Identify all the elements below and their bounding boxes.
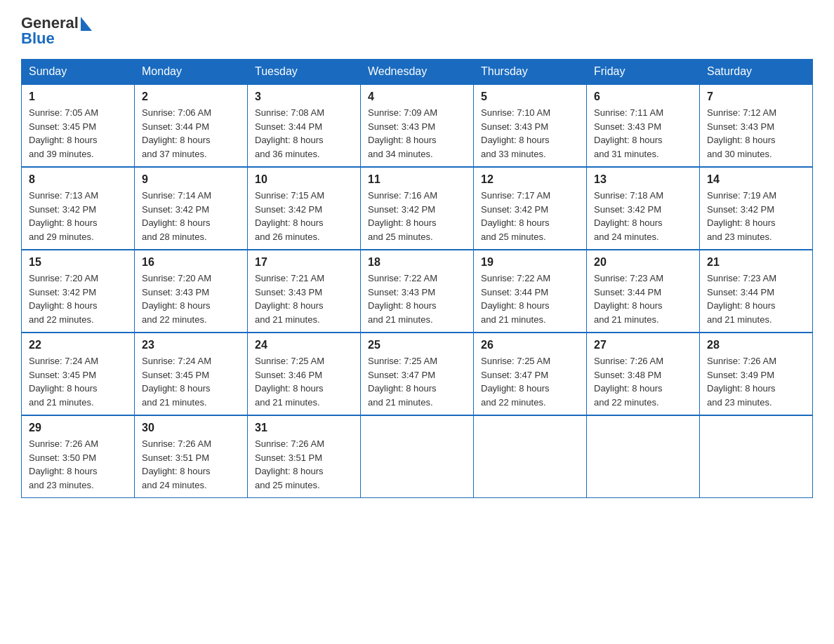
day-info: Sunrise: 7:26 AM Sunset: 3:51 PM Dayligh… bbox=[142, 437, 240, 492]
day-info: Sunrise: 7:24 AM Sunset: 3:45 PM Dayligh… bbox=[142, 354, 240, 409]
day-info: Sunrise: 7:22 AM Sunset: 3:44 PM Dayligh… bbox=[481, 271, 579, 326]
day-info: Sunrise: 7:20 AM Sunset: 3:43 PM Dayligh… bbox=[142, 271, 240, 326]
day-number: 12 bbox=[481, 173, 579, 186]
day-cell-10: 10 Sunrise: 7:15 AM Sunset: 3:42 PM Dayl… bbox=[248, 167, 361, 250]
day-number: 18 bbox=[368, 256, 466, 269]
empty-cell-w4-d5 bbox=[587, 415, 700, 498]
day-cell-6: 6 Sunrise: 7:11 AM Sunset: 3:43 PM Dayli… bbox=[587, 84, 700, 167]
day-number: 24 bbox=[255, 339, 353, 351]
day-cell-27: 27 Sunrise: 7:26 AM Sunset: 3:48 PM Dayl… bbox=[587, 333, 700, 415]
day-number: 31 bbox=[255, 422, 353, 434]
day-info: Sunrise: 7:25 AM Sunset: 3:47 PM Dayligh… bbox=[368, 354, 466, 409]
day-info: Sunrise: 7:26 AM Sunset: 3:48 PM Dayligh… bbox=[594, 354, 692, 409]
week-row-2: 8 Sunrise: 7:13 AM Sunset: 3:42 PM Dayli… bbox=[22, 167, 813, 250]
day-number: 4 bbox=[368, 90, 466, 103]
day-cell-14: 14 Sunrise: 7:19 AM Sunset: 3:42 PM Dayl… bbox=[700, 167, 813, 250]
day-cell-15: 15 Sunrise: 7:20 AM Sunset: 3:42 PM Dayl… bbox=[22, 250, 135, 333]
day-number: 27 bbox=[594, 339, 692, 351]
day-cell-7: 7 Sunrise: 7:12 AM Sunset: 3:43 PM Dayli… bbox=[700, 84, 813, 167]
day-cell-13: 13 Sunrise: 7:18 AM Sunset: 3:42 PM Dayl… bbox=[587, 167, 700, 250]
header-saturday: Saturday bbox=[700, 60, 813, 85]
day-info: Sunrise: 7:25 AM Sunset: 3:47 PM Dayligh… bbox=[481, 354, 579, 409]
day-cell-2: 2 Sunrise: 7:06 AM Sunset: 3:44 PM Dayli… bbox=[135, 84, 248, 167]
empty-cell-w4-d6 bbox=[700, 415, 813, 498]
day-cell-1: 1 Sunrise: 7:05 AM Sunset: 3:45 PM Dayli… bbox=[22, 84, 135, 167]
logo: General Blue bbox=[21, 14, 92, 48]
day-info: Sunrise: 7:21 AM Sunset: 3:43 PM Dayligh… bbox=[255, 271, 353, 326]
day-number: 29 bbox=[29, 422, 127, 434]
day-number: 28 bbox=[707, 339, 805, 351]
day-info: Sunrise: 7:20 AM Sunset: 3:42 PM Dayligh… bbox=[29, 271, 127, 326]
day-number: 19 bbox=[481, 256, 579, 269]
day-info: Sunrise: 7:16 AM Sunset: 3:42 PM Dayligh… bbox=[368, 189, 466, 243]
week-row-5: 29 Sunrise: 7:26 AM Sunset: 3:50 PM Dayl… bbox=[22, 415, 813, 498]
day-info: Sunrise: 7:15 AM Sunset: 3:42 PM Dayligh… bbox=[255, 189, 353, 243]
day-cell-30: 30 Sunrise: 7:26 AM Sunset: 3:51 PM Dayl… bbox=[135, 415, 248, 498]
day-number: 11 bbox=[368, 173, 466, 186]
day-cell-31: 31 Sunrise: 7:26 AM Sunset: 3:51 PM Dayl… bbox=[248, 415, 361, 498]
header-wednesday: Wednesday bbox=[361, 60, 474, 85]
day-cell-8: 8 Sunrise: 7:13 AM Sunset: 3:42 PM Dayli… bbox=[22, 167, 135, 250]
day-cell-19: 19 Sunrise: 7:22 AM Sunset: 3:44 PM Dayl… bbox=[474, 250, 587, 333]
day-number: 22 bbox=[29, 339, 127, 351]
day-number: 1 bbox=[29, 90, 127, 103]
day-cell-28: 28 Sunrise: 7:26 AM Sunset: 3:49 PM Dayl… bbox=[700, 333, 813, 415]
day-info: Sunrise: 7:22 AM Sunset: 3:43 PM Dayligh… bbox=[368, 271, 466, 326]
svg-marker-0 bbox=[81, 17, 92, 31]
day-cell-17: 17 Sunrise: 7:21 AM Sunset: 3:43 PM Dayl… bbox=[248, 250, 361, 333]
day-info: Sunrise: 7:13 AM Sunset: 3:42 PM Dayligh… bbox=[29, 189, 127, 243]
day-cell-22: 22 Sunrise: 7:24 AM Sunset: 3:45 PM Dayl… bbox=[22, 333, 135, 415]
day-cell-29: 29 Sunrise: 7:26 AM Sunset: 3:50 PM Dayl… bbox=[22, 415, 135, 498]
header-tuesday: Tuesday bbox=[248, 60, 361, 85]
day-number: 7 bbox=[707, 90, 805, 103]
day-number: 14 bbox=[707, 173, 805, 186]
day-number: 10 bbox=[255, 173, 353, 186]
day-cell-25: 25 Sunrise: 7:25 AM Sunset: 3:47 PM Dayl… bbox=[361, 333, 474, 415]
week-row-3: 15 Sunrise: 7:20 AM Sunset: 3:42 PM Dayl… bbox=[22, 250, 813, 333]
day-number: 26 bbox=[481, 339, 579, 351]
day-cell-24: 24 Sunrise: 7:25 AM Sunset: 3:46 PM Dayl… bbox=[248, 333, 361, 415]
day-info: Sunrise: 7:11 AM Sunset: 3:43 PM Dayligh… bbox=[594, 106, 692, 161]
day-cell-12: 12 Sunrise: 7:17 AM Sunset: 3:42 PM Dayl… bbox=[474, 167, 587, 250]
day-info: Sunrise: 7:10 AM Sunset: 3:43 PM Dayligh… bbox=[481, 106, 579, 161]
day-info: Sunrise: 7:12 AM Sunset: 3:43 PM Dayligh… bbox=[707, 106, 805, 161]
calendar-table: SundayMondayTuesdayWednesdayThursdayFrid… bbox=[21, 59, 813, 498]
day-cell-9: 9 Sunrise: 7:14 AM Sunset: 3:42 PM Dayli… bbox=[135, 167, 248, 250]
day-cell-26: 26 Sunrise: 7:25 AM Sunset: 3:47 PM Dayl… bbox=[474, 333, 587, 415]
header-sunday: Sunday bbox=[22, 60, 135, 85]
day-number: 15 bbox=[29, 256, 127, 269]
week-row-4: 22 Sunrise: 7:24 AM Sunset: 3:45 PM Dayl… bbox=[22, 333, 813, 415]
day-info: Sunrise: 7:26 AM Sunset: 3:49 PM Dayligh… bbox=[707, 354, 805, 409]
day-info: Sunrise: 7:08 AM Sunset: 3:44 PM Dayligh… bbox=[255, 106, 353, 161]
header-friday: Friday bbox=[587, 60, 700, 85]
day-cell-18: 18 Sunrise: 7:22 AM Sunset: 3:43 PM Dayl… bbox=[361, 250, 474, 333]
day-info: Sunrise: 7:09 AM Sunset: 3:43 PM Dayligh… bbox=[368, 106, 466, 161]
day-info: Sunrise: 7:25 AM Sunset: 3:46 PM Dayligh… bbox=[255, 354, 353, 409]
logo-arrow-icon bbox=[81, 17, 92, 31]
day-cell-3: 3 Sunrise: 7:08 AM Sunset: 3:44 PM Dayli… bbox=[248, 84, 361, 167]
day-info: Sunrise: 7:19 AM Sunset: 3:42 PM Dayligh… bbox=[707, 189, 805, 243]
day-info: Sunrise: 7:18 AM Sunset: 3:42 PM Dayligh… bbox=[594, 189, 692, 243]
day-number: 23 bbox=[142, 339, 240, 351]
day-number: 3 bbox=[255, 90, 353, 103]
weekday-header-row: SundayMondayTuesdayWednesdayThursdayFrid… bbox=[22, 60, 813, 85]
day-cell-20: 20 Sunrise: 7:23 AM Sunset: 3:44 PM Dayl… bbox=[587, 250, 700, 333]
day-info: Sunrise: 7:26 AM Sunset: 3:51 PM Dayligh… bbox=[255, 437, 353, 492]
day-info: Sunrise: 7:24 AM Sunset: 3:45 PM Dayligh… bbox=[29, 354, 127, 409]
header-thursday: Thursday bbox=[474, 60, 587, 85]
day-number: 25 bbox=[368, 339, 466, 351]
day-cell-11: 11 Sunrise: 7:16 AM Sunset: 3:42 PM Dayl… bbox=[361, 167, 474, 250]
day-number: 30 bbox=[142, 422, 240, 434]
day-number: 6 bbox=[594, 90, 692, 103]
day-info: Sunrise: 7:05 AM Sunset: 3:45 PM Dayligh… bbox=[29, 106, 127, 161]
day-info: Sunrise: 7:06 AM Sunset: 3:44 PM Dayligh… bbox=[142, 106, 240, 161]
day-cell-5: 5 Sunrise: 7:10 AM Sunset: 3:43 PM Dayli… bbox=[474, 84, 587, 167]
day-info: Sunrise: 7:14 AM Sunset: 3:42 PM Dayligh… bbox=[142, 189, 240, 243]
day-cell-23: 23 Sunrise: 7:24 AM Sunset: 3:45 PM Dayl… bbox=[135, 333, 248, 415]
day-number: 17 bbox=[255, 256, 353, 269]
day-info: Sunrise: 7:23 AM Sunset: 3:44 PM Dayligh… bbox=[594, 271, 692, 326]
page-header: General Blue bbox=[21, 14, 813, 48]
day-number: 21 bbox=[707, 256, 805, 269]
day-info: Sunrise: 7:26 AM Sunset: 3:50 PM Dayligh… bbox=[29, 437, 127, 492]
day-cell-16: 16 Sunrise: 7:20 AM Sunset: 3:43 PM Dayl… bbox=[135, 250, 248, 333]
